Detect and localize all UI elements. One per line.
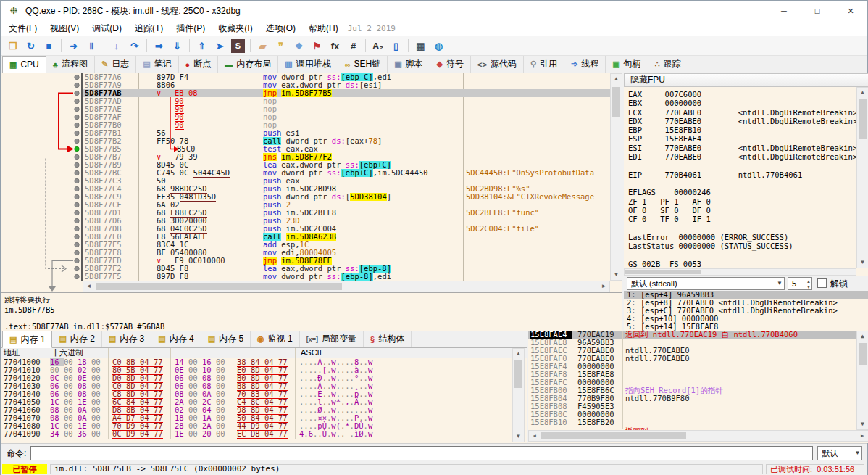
register-row[interactable]: ESP 15E8FAE4: [628, 134, 856, 143]
tab-dump-2[interactable]: ▤内存 2: [52, 331, 101, 347]
step-out-button[interactable]: ⇑: [193, 38, 211, 54]
calling-convention-select[interactable]: 默认 (stdcall)▼: [627, 277, 785, 290]
patches-button[interactable]: ▰: [254, 38, 272, 54]
calculator-button[interactable]: ▦: [412, 38, 430, 54]
command-input[interactable]: [30, 446, 813, 460]
step-into-button[interactable]: ↓: [107, 38, 125, 54]
registers-hscrollbar[interactable]: [624, 268, 856, 276]
tab-references[interactable]: ⚲引用: [524, 56, 564, 73]
tab-dump-3[interactable]: ▤内存 3: [102, 331, 151, 347]
register-row[interactable]: [628, 179, 856, 188]
register-row[interactable]: [628, 250, 856, 259]
tab-source[interactable]: <>源代码: [471, 56, 524, 73]
dump-row[interactable]: 7704109034 00 36 000C D9 04 771E 00 20 0…: [1, 430, 512, 438]
command-profile-select[interactable]: 默认▼: [817, 446, 862, 460]
bookmarks-button[interactable]: ⚑: [308, 38, 326, 54]
register-row[interactable]: LastStatus 00000000 (STATUS_SUCCESS): [628, 241, 856, 250]
tab-seh-chain[interactable]: ∞SEH链: [338, 56, 388, 73]
stack-vscrollbar[interactable]: ▲ ▼: [856, 331, 868, 430]
register-row[interactable]: EDX 770EABE0 <ntdll.DbgUiRemoteBreakin>: [628, 117, 856, 125]
menu-item[interactable]: 帮助(H): [302, 20, 345, 37]
menu-item[interactable]: 追踪(T): [128, 20, 170, 37]
dump-vscrollbar[interactable]: ▲ ▼: [512, 348, 525, 442]
tab-log[interactable]: ✎日志: [95, 56, 136, 73]
unlock-checkbox[interactable]: [817, 278, 827, 288]
arguments-list[interactable]: 1: [esp+4] 96A59BB32: [esp+8] 770EABE0 <…: [624, 291, 868, 331]
menu-item[interactable]: 选项(O): [259, 20, 302, 37]
close-button[interactable]: ✕: [834, 1, 867, 21]
tab-struct[interactable]: §结构体: [364, 331, 412, 347]
register-row[interactable]: OF 0 SF 0 DF 0: [628, 206, 856, 215]
step-over-button[interactable]: ↷: [125, 38, 143, 54]
register-row[interactable]: EBP 15E8FB10: [628, 125, 856, 134]
register-row[interactable]: EDI 770EABE0 <ntdll.DbgUiRemoteBreakin>: [628, 152, 856, 161]
register-row[interactable]: GS 002B FS 0053: [628, 260, 856, 268]
run-button[interactable]: ➜: [64, 38, 83, 54]
tab-dump-4[interactable]: ▤内存 4: [151, 331, 201, 347]
execute-till-return-button[interactable]: ⇓: [168, 38, 186, 54]
argument-row[interactable]: 4: [esp+10] 00000000: [624, 315, 868, 323]
argument-row[interactable]: 3: [esp+C] 770EABE0 <ntdll.DbgUiRemoteBr…: [624, 307, 868, 315]
stack-row[interactable]: 15E8FB1015E8FB20: [528, 418, 868, 426]
register-row[interactable]: EIP 770B4061 ntdll.770B4061: [628, 170, 856, 179]
menu-item[interactable]: 插件(P): [170, 20, 212, 37]
tab-graph[interactable]: ♣流程图: [46, 56, 95, 73]
minimize-button[interactable]: ─: [767, 1, 801, 21]
argument-row[interactable]: 1: [esp+4] 96A59BB3: [624, 291, 868, 299]
argument-row[interactable]: 5: [esp+14] 15E8FAE8: [624, 323, 868, 331]
tab-breakpoints[interactable]: ●断点: [179, 56, 219, 73]
internet-button[interactable]: ◍: [430, 38, 448, 54]
title-bar[interactable]: ❉ QQ.exe - PID: 268C - 模块: im.dll - 线程: …: [1, 1, 867, 21]
scylla-button[interactable]: S: [231, 39, 245, 53]
modules-button[interactable]: ▯: [387, 38, 405, 54]
register-row[interactable]: LastError 00000000 (ERROR_SUCCESS): [628, 233, 856, 241]
comments-button[interactable]: ❞: [272, 38, 290, 54]
menu-item[interactable]: 调试(D): [85, 20, 128, 37]
tab-symbols[interactable]: ◆符号: [430, 56, 471, 73]
tab-notes[interactable]: ▤笔记: [136, 56, 178, 73]
tab-locals[interactable]: [x=]局部变量: [300, 331, 364, 347]
tab-script[interactable]: ▣脚本: [388, 56, 430, 73]
maximize-button[interactable]: □: [801, 1, 834, 21]
register-row[interactable]: [628, 161, 856, 170]
register-row[interactable]: ECX 770EABE0 <ntdll.DbgUiRemoteBreakin>: [628, 108, 856, 117]
hash-button[interactable]: #: [344, 38, 362, 54]
menu-item[interactable]: 文件(F): [2, 20, 43, 37]
register-row[interactable]: ZF 1 PF 1 AF 0: [628, 197, 856, 206]
ascii-table-button[interactable]: A₂: [369, 38, 387, 54]
register-row[interactable]: ESI 770EABE0 <ntdll.DbgUiRemoteBreakin>: [628, 144, 856, 152]
tab-threads[interactable]: ➾线程: [564, 56, 606, 73]
disasm-vscrollbar[interactable]: ▲ ▼: [610, 73, 622, 281]
registers-list[interactable]: EAX 007C6000EBX 00000000ECX 770EABE0 <nt…: [624, 87, 856, 268]
argument-row[interactable]: 2: [esp+8] 770EABE0 <ntdll.DbgUiRemoteBr…: [624, 299, 868, 307]
disasm-hscrollbar[interactable]: ◄ ►: [83, 281, 610, 292]
pause-button[interactable]: Ⅱ: [83, 38, 101, 54]
registers-vscrollbar[interactable]: ▲ ▼: [856, 87, 868, 268]
tab-trace[interactable]: ∴跟踪: [648, 56, 688, 73]
spin-up-icon[interactable]: ▲: [806, 278, 811, 284]
restart-button[interactable]: ↻: [22, 38, 40, 54]
hide-fpu-button[interactable]: 隐藏FPU: [624, 73, 868, 87]
register-row[interactable]: EAX 007C6000: [628, 90, 856, 99]
functions-button[interactable]: fx: [326, 38, 344, 54]
argument-count-stepper[interactable]: 5 ▲ ▼: [788, 277, 812, 290]
register-row[interactable]: EBX 00000000: [628, 99, 856, 107]
stack-rows[interactable]: 15E8FAE4770EAC19返回到 ntdll.770EAC19 自 ntd…: [528, 331, 868, 426]
dump-rows[interactable]: 7704100016 00 18 00C0 8B 04 7714 00 16 0…: [1, 358, 512, 439]
tab-memory-map[interactable]: ▬内存布局: [218, 56, 278, 73]
labels-button[interactable]: ❖: [290, 38, 308, 54]
open-file-button[interactable]: ❒: [4, 38, 22, 54]
tab-handles[interactable]: ▣句柄: [606, 56, 648, 73]
spin-down-icon[interactable]: ▼: [806, 284, 811, 290]
disasm-row[interactable]: 5D8F77F5897D F8mov dword ptr ss:[ebp-8],…: [1, 273, 622, 281]
disassembly-panel[interactable]: 5D8F77A6897D F4mov dword ptr ss:[ebp-C],…: [1, 73, 622, 292]
menu-item[interactable]: 视图(V): [43, 20, 85, 37]
tab-dump-1[interactable]: ▤内存 1: [2, 331, 52, 348]
register-row[interactable]: CF 0 TF 0 IF 1: [628, 215, 856, 223]
menu-item[interactable]: 收藏夹(I): [212, 20, 259, 37]
register-row[interactable]: [628, 223, 856, 232]
tab-watch-1[interactable]: ◉监视 1: [251, 331, 300, 347]
run-to-user-code-button[interactable]: ➤: [211, 38, 229, 54]
register-row[interactable]: EFLAGS 00000246: [628, 188, 856, 197]
tab-call-stack[interactable]: ▥调用堆栈: [278, 56, 338, 73]
